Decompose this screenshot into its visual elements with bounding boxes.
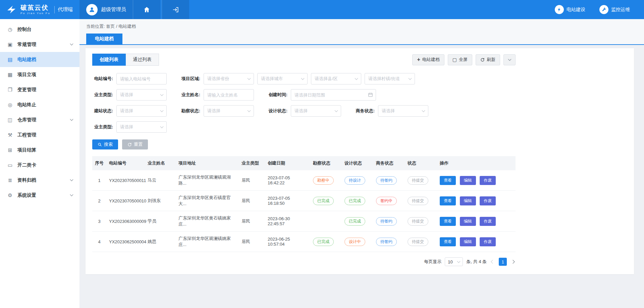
void-button[interactable]: 作废 [480, 237, 496, 246]
sidebar-item[interactable]: ◎ 电站终止 [0, 97, 79, 112]
view-button[interactable]: 查看 [440, 196, 456, 205]
pagination: 每页显示 10 条, 共 4 条 1 [92, 257, 516, 266]
user-menu[interactable]: 超级管理员 [79, 0, 133, 19]
town-select[interactable]: 请选择村镇/街道 [365, 73, 415, 84]
breadcrumb-current: 电站建档 [118, 24, 136, 29]
build-status-select[interactable]: 请选择 [116, 105, 167, 117]
per-page-select[interactable]: 10 [445, 257, 463, 266]
county-select[interactable]: 请选择县/区 [311, 73, 361, 84]
chevron-down-icon [301, 76, 305, 80]
fullscreen-icon: ▢ [452, 57, 457, 62]
menu-icon: ⚒ [7, 132, 13, 138]
cell-address: 广东深圳龙华区黄石镇星官大... [176, 191, 239, 211]
col-index: 序号 [92, 156, 106, 170]
logout-button[interactable] [162, 0, 189, 19]
owner-type-select[interactable]: 请选择 [116, 89, 167, 101]
portal-tag: 代理端 [58, 6, 73, 13]
edit-button[interactable]: 编辑 [460, 217, 476, 226]
page-tab[interactable]: 电站建档 [86, 34, 122, 44]
home-button[interactable] [133, 0, 160, 19]
business-status-select[interactable]: 请选择 [378, 105, 428, 117]
cell-index: 4 [92, 232, 106, 252]
date-range-input[interactable] [291, 89, 376, 101]
cell-station-no: YX2023070500010 [106, 191, 145, 211]
reset-button[interactable]: 重置 [122, 139, 148, 149]
sidebar-item[interactable]: ▦ 项目立项 [0, 67, 79, 82]
chevron-down-icon [409, 76, 412, 80]
edit-button[interactable]: 编辑 [460, 196, 476, 205]
user-icon [89, 6, 95, 13]
nav-station-build[interactable]: 电站建设 [555, 0, 585, 19]
sidebar-item[interactable]: ≣ 资料归档 [0, 173, 79, 188]
sidebar-item[interactable]: ⚒ 工程管理 [0, 127, 79, 142]
sidebar-item[interactable]: ▣ 常规管理 [0, 37, 79, 52]
sidebar-item-label: 变更管理 [17, 87, 70, 93]
col-survey: 勘察状态 [310, 156, 342, 170]
sidebar-item[interactable]: ◷ 控制台 [0, 22, 79, 37]
cell-created: 2023-06-25 10:57:04 [265, 232, 310, 252]
create-time-label: 创建时间: [267, 92, 291, 98]
cell-index: 2 [92, 191, 106, 211]
collapse-filters-button[interactable] [503, 54, 516, 65]
chevron-down-icon [70, 118, 73, 121]
sidebar-item[interactable]: ▤ 电站建档 [0, 52, 79, 67]
edit-button[interactable]: 编辑 [460, 176, 476, 185]
sidebar-item[interactable]: ▭ 开二类卡 [0, 158, 79, 173]
sidebar-item-label: 项目立项 [17, 72, 70, 78]
design-status-select[interactable]: 请选择 [291, 105, 341, 117]
edit-button[interactable]: 编辑 [460, 237, 476, 246]
business-status-label: 商务状态: [354, 108, 378, 114]
chevron-down-icon [457, 259, 461, 263]
business-status-badge: 待签约 [376, 176, 397, 185]
table-row: 1 YX2023070500011 马云 广东深圳龙华区观澜镇观湖路... 居民… [92, 170, 516, 191]
nav-monitor-ops-label: 监控运维 [611, 7, 630, 13]
col-design: 设计状态 [342, 156, 373, 170]
sidebar-item-label: 资料归档 [17, 177, 70, 183]
survey-status-select[interactable]: 请选择 [204, 105, 254, 117]
sidebar: ◷ 控制台 ▣ 常规管理 ▤ 电站建档 ▦ 项目立项 ❐ 变更管理 ◎ [0, 19, 79, 308]
create-station-button[interactable]: + 电站建档 [412, 54, 444, 65]
survey-status-badge: 已完成 [313, 238, 334, 246]
province-select[interactable]: 请选择省份 [204, 73, 254, 84]
page-number-current[interactable]: 1 [499, 258, 507, 266]
col-owner: 业主姓名 [145, 156, 176, 170]
view-button[interactable]: 查看 [440, 176, 456, 185]
sidebar-item[interactable]: ◫ 仓库管理 [0, 112, 79, 127]
tab-passed-list[interactable]: 通过列表 [126, 54, 159, 66]
station-table: 序号 电站编号 业主姓名 项目地址 业主类型 创建日期 勘察状态 设计状态 商务… [92, 156, 516, 252]
fullscreen-button[interactable]: ▢ 全屏 [448, 54, 472, 65]
owner-type2-select[interactable]: 请选择 [116, 121, 167, 133]
sidebar-item-label: 开二类卡 [17, 162, 70, 168]
breadcrumb-home[interactable]: 首页 [106, 24, 115, 29]
city-select[interactable]: 请选择城市 [257, 73, 308, 84]
sidebar-item[interactable]: ⊞ 项目结算 [0, 142, 79, 158]
total-count-label: 条, 共 4 条 [466, 259, 487, 265]
next-page-button[interactable] [511, 260, 515, 263]
void-button[interactable]: 作废 [480, 196, 496, 205]
logo-icon [5, 5, 17, 14]
tab-created-list[interactable]: 创建列表 [92, 54, 126, 66]
nav-monitor-ops[interactable]: 监控运维 [599, 0, 630, 19]
sidebar-item-label: 控制台 [17, 26, 70, 33]
home-icon [143, 6, 150, 13]
owner-name-input[interactable] [204, 89, 254, 101]
sidebar-item[interactable]: ⚙ 系统设置 [0, 188, 79, 203]
view-button[interactable]: 查看 [440, 217, 456, 226]
void-button[interactable]: 作废 [480, 217, 496, 226]
menu-icon: ◫ [7, 117, 13, 123]
search-button[interactable]: 搜索 [92, 139, 118, 149]
station-no-input[interactable] [116, 73, 167, 84]
sidebar-item[interactable]: ❐ 变更管理 [0, 82, 79, 97]
cell-station-no: YX2023062500004 [106, 232, 145, 252]
view-button[interactable]: 查看 [440, 237, 456, 246]
prev-page-button[interactable] [491, 260, 494, 263]
cell-owner: 马云 [145, 170, 176, 191]
avatar [86, 4, 98, 15]
refresh-button[interactable]: 刷新 [476, 54, 500, 65]
sidebar-item-label: 项目结算 [17, 147, 70, 153]
table-header-row: 序号 电站编号 业主姓名 项目地址 业主类型 创建日期 勘察状态 设计状态 商务… [92, 156, 516, 170]
refresh-icon [480, 58, 485, 62]
plus-icon: + [417, 57, 420, 62]
menu-icon: ❐ [7, 87, 13, 93]
void-button[interactable]: 作废 [480, 176, 496, 185]
